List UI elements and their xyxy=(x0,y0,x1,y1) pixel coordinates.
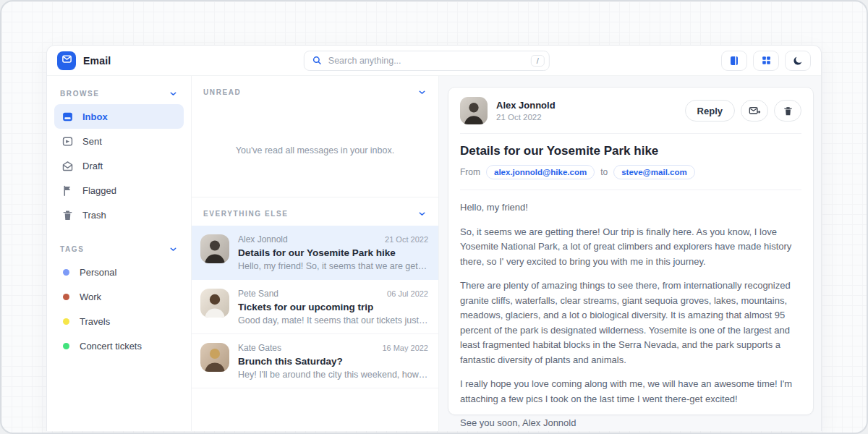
tag-label: Work xyxy=(80,292,101,302)
inbox-icon xyxy=(61,111,74,123)
sidebar-item-label: Sent xyxy=(82,136,102,147)
sidebar-item-label: Draft xyxy=(82,161,103,171)
mail-subject: Tickets for our upcoming trip xyxy=(238,302,428,312)
mail-date: 06 Jul 2022 xyxy=(387,289,428,298)
trash-icon xyxy=(61,209,74,221)
mail-date: 16 May 2022 xyxy=(382,344,428,352)
avatar xyxy=(460,97,488,124)
detail-sender-block: Alex Jonnold 21 Oct 2022 xyxy=(496,100,556,122)
grid-icon xyxy=(761,55,772,66)
mail-preview: Hey! I'll be around the city this weeken… xyxy=(238,370,428,380)
search-box[interactable]: / xyxy=(304,51,550,71)
divider xyxy=(460,190,801,190)
delete-mail-button[interactable] xyxy=(774,100,801,122)
detail-sender-name: Alex Jonnold xyxy=(496,100,556,111)
email-detail-card: Alex Jonnold 21 Oct 2022 Reply xyxy=(448,87,814,415)
tag-color-dot xyxy=(63,318,69,325)
avatar xyxy=(200,234,229,263)
tag-color-dot xyxy=(63,294,69,300)
everything-else-section-header[interactable]: EVERYTHING ELSE xyxy=(192,197,438,226)
body-paragraph: I really hope you love coming along with… xyxy=(460,377,801,407)
search-input[interactable] xyxy=(328,56,531,66)
mail-list-item[interactable]: Alex Jonnold 21 Oct 2022 Details for our… xyxy=(192,226,438,280)
book-icon xyxy=(728,55,740,67)
sidebar-item-label: Inbox xyxy=(82,111,108,122)
topbar-actions xyxy=(721,51,811,71)
sidebar-item-trash[interactable]: Trash xyxy=(54,203,184,227)
from-address-pill[interactable]: alex.jonnold@hike.com xyxy=(486,165,595,179)
sidebar: BROWSE Inbox Sent xyxy=(47,76,192,431)
mail-forward-icon xyxy=(748,105,761,116)
search-icon xyxy=(312,55,323,66)
mail-sender: Alex Jonnold xyxy=(238,234,288,244)
email-body: Hello, my friend! So, it seems we are ge… xyxy=(460,200,801,431)
unread-section-header[interactable]: UNREAD xyxy=(192,76,438,104)
tag-item-travels[interactable]: Travels xyxy=(54,309,184,333)
top-bar: Email / xyxy=(47,46,821,76)
unread-empty-message: You've read all messages in your inbox. xyxy=(192,104,438,197)
forward-mail-button[interactable] xyxy=(741,100,768,122)
avatar xyxy=(200,289,229,318)
mail-item-content: Kate Gates 16 May 2022 Brunch this Satur… xyxy=(238,343,428,380)
mail-item-content: Alex Jonnold 21 Oct 2022 Details for our… xyxy=(238,234,428,271)
sidebar-item-inbox[interactable]: Inbox xyxy=(54,104,184,129)
browse-label: BROWSE xyxy=(60,90,100,98)
tag-label: Travels xyxy=(80,316,110,327)
tag-color-dot xyxy=(63,269,69,276)
dark-mode-button[interactable] xyxy=(785,51,811,71)
email-detail-pane: Alex Jonnold 21 Oct 2022 Reply xyxy=(439,76,821,431)
tag-label: Concert tickets xyxy=(80,341,142,352)
to-label: to xyxy=(600,167,608,177)
browse-section-header[interactable]: BROWSE xyxy=(54,82,184,104)
tag-item-work[interactable]: Work xyxy=(54,284,184,309)
detail-header: Alex Jonnold 21 Oct 2022 Reply xyxy=(460,97,801,124)
body-paragraph: There are plenty of amazing things to se… xyxy=(460,278,801,367)
flag-icon xyxy=(61,184,74,197)
sidebar-item-flagged[interactable]: Flagged xyxy=(54,178,184,203)
tags-label: TAGS xyxy=(60,245,84,253)
body-paragraph: See you soon, Alex Jonnold xyxy=(460,416,801,431)
sent-icon xyxy=(61,135,74,148)
chevron-down-icon[interactable] xyxy=(417,88,427,97)
detail-actions: Reply xyxy=(685,100,801,122)
from-label: From xyxy=(460,167,480,177)
body-paragraph: So, it seems we are getting there! Our t… xyxy=(460,225,801,270)
email-app-window: Email / xyxy=(46,45,822,431)
chevron-down-icon[interactable] xyxy=(169,89,178,98)
divider xyxy=(460,133,801,134)
mail-item-content: Pete Sand 06 Jul 2022 Tickets for our up… xyxy=(238,289,428,326)
tag-item-concert-tickets[interactable]: Concert tickets xyxy=(54,333,184,358)
app-logo xyxy=(57,51,76,70)
browser-frame: Email / xyxy=(0,0,868,434)
moon-icon xyxy=(792,55,804,67)
from-to-row: From alex.jonnold@hike.com to steve@mail… xyxy=(460,165,801,179)
tag-label: Personal xyxy=(80,267,116,278)
apps-grid-button[interactable] xyxy=(753,51,779,71)
chevron-down-icon[interactable] xyxy=(169,244,178,254)
app-title: Email xyxy=(83,55,111,67)
unread-label: UNREAD xyxy=(203,88,241,96)
mail-list-item[interactable]: Pete Sand 06 Jul 2022 Tickets for our up… xyxy=(192,280,438,334)
email-subject: Details for our Yosemite Park hike xyxy=(460,144,801,158)
mail-sender: Kate Gates xyxy=(238,343,281,353)
tag-color-dot xyxy=(63,343,69,349)
reply-button[interactable]: Reply xyxy=(685,100,735,122)
chevron-down-icon[interactable] xyxy=(417,209,427,218)
mail-list-item[interactable]: Kate Gates 16 May 2022 Brunch this Satur… xyxy=(192,334,438,388)
tags-section-header[interactable]: TAGS xyxy=(54,237,184,260)
main-area: BROWSE Inbox Sent xyxy=(47,76,821,431)
avatar xyxy=(200,343,229,372)
sidebar-item-draft[interactable]: Draft xyxy=(54,153,184,178)
tag-item-personal[interactable]: Personal xyxy=(54,260,184,284)
trash-icon xyxy=(783,106,793,116)
body-paragraph: Hello, my friend! xyxy=(460,200,801,216)
sidebar-item-sent[interactable]: Sent xyxy=(54,129,184,153)
book-button[interactable] xyxy=(721,51,747,71)
mail-date: 21 Oct 2022 xyxy=(385,235,428,244)
mail-sender: Pete Sand xyxy=(238,289,278,299)
message-list-column: UNREAD You've read all messages in your … xyxy=(192,76,439,431)
everything-else-label: EVERYTHING ELSE xyxy=(203,210,289,218)
mail-preview: Good day, mate! It seems that our ticket… xyxy=(238,315,428,326)
to-address-pill[interactable]: steve@mail.com xyxy=(613,165,694,179)
draft-icon xyxy=(61,160,74,172)
